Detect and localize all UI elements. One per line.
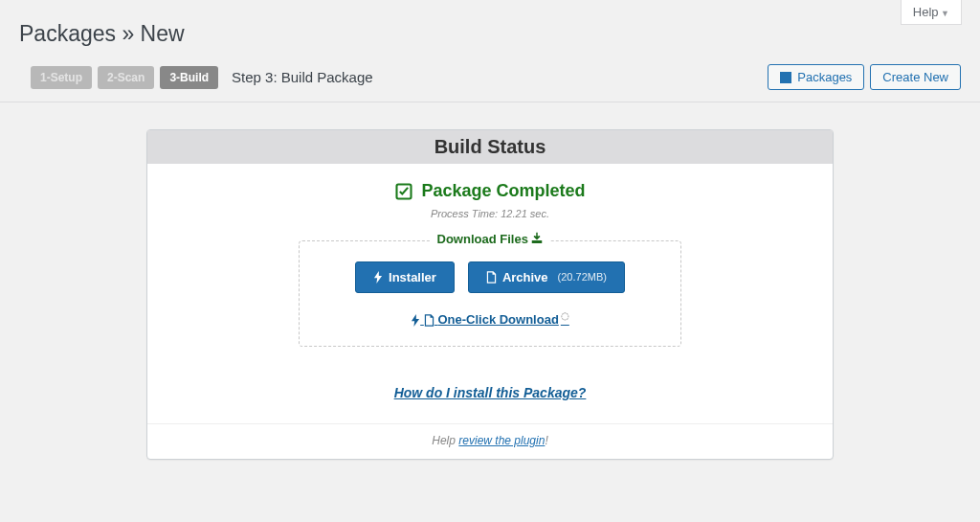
file-icon [424, 314, 434, 327]
card-title: Build Status [147, 130, 833, 164]
download-files-box: Download Files Installer Archive (20.72M… [299, 240, 681, 347]
installer-button[interactable]: Installer [355, 261, 455, 293]
review-plugin-link[interactable]: review the plugin [458, 434, 545, 447]
archive-size: (20.72MB) [558, 271, 607, 283]
create-new-label: Create New [882, 70, 948, 84]
page-title: Packages » New [0, 0, 980, 57]
step-2-pill: 2-Scan [98, 66, 154, 89]
archive-label: Archive [502, 270, 548, 284]
installer-label: Installer [389, 270, 436, 284]
file-icon [486, 271, 497, 284]
step-1-pill: 1-Setup [31, 66, 92, 89]
bolt-icon [411, 314, 420, 327]
step-3-pill: 3-Build [160, 66, 218, 89]
status-block: Package Completed Process Time: 12.21 se… [147, 164, 833, 223]
bolt-icon [373, 271, 383, 284]
install-help-link[interactable]: How do I install this Package? [147, 385, 833, 400]
checkmark-icon [394, 182, 413, 201]
download-icon [531, 232, 543, 243]
status-label: Package Completed [421, 181, 585, 201]
build-status-card: Build Status Package Completed Process T… [146, 129, 834, 460]
help-icon: ◌ [561, 310, 569, 321]
create-new-button[interactable]: Create New [870, 64, 961, 90]
footer-help: Help review the plugin! [147, 423, 833, 459]
process-time: Process Time: 12.21 sec. [147, 208, 833, 219]
one-click-download-link[interactable]: One-Click Download◌ [317, 310, 663, 327]
archive-button[interactable]: Archive (20.72MB) [468, 261, 625, 293]
help-tab[interactable]: Help [901, 0, 962, 25]
download-legend: Download Files [430, 232, 551, 246]
packages-button-label: Packages [797, 70, 852, 84]
step-caption: Step 3: Build Package [232, 69, 373, 85]
archive-icon [780, 72, 791, 83]
packages-button[interactable]: Packages [768, 64, 864, 90]
step-toolbar: 1-Setup 2-Scan 3-Build Step 3: Build Pac… [0, 57, 980, 102]
